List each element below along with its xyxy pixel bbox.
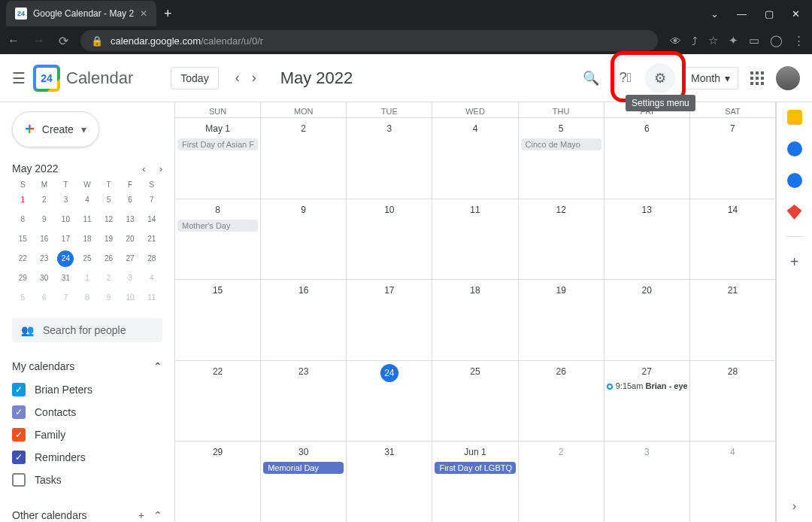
day-cell[interactable]: 31 (347, 442, 432, 522)
create-button[interactable]: + Create ▾ (12, 111, 99, 147)
day-cell[interactable]: 20 (604, 280, 690, 360)
mini-day[interactable]: 30 (36, 270, 53, 287)
google-apps-icon[interactable] (750, 71, 764, 85)
calendar-checkbox[interactable] (12, 405, 26, 419)
chevron-down-icon[interactable]: ⌄ (710, 8, 719, 20)
event-chip[interactable]: First Day of Asian F (177, 138, 258, 150)
mini-day[interactable]: 17 (57, 231, 74, 247)
mini-day[interactable]: 13 (122, 211, 138, 228)
collapse-panel-icon[interactable]: › (792, 499, 796, 513)
mini-day[interactable]: 8 (14, 211, 31, 228)
search-people-input[interactable]: 👥 Search for people (12, 318, 162, 342)
day-cell[interactable]: Jun 1First Day of LGBTQ (432, 442, 518, 522)
day-cell[interactable]: 24 (347, 361, 432, 442)
day-cell[interactable]: 19 (519, 280, 604, 360)
event-chip[interactable]: Memorial Day (263, 462, 344, 474)
calendar-checkbox[interactable] (12, 383, 26, 396)
chevron-up-icon[interactable]: ⌃ (153, 360, 162, 372)
reload-icon[interactable]: ⟳ (59, 34, 68, 48)
star-icon[interactable]: ☆ (708, 34, 718, 47)
maximize-icon[interactable]: ▢ (765, 8, 774, 20)
panel-icon[interactable]: ▭ (749, 34, 759, 47)
day-cell[interactable]: 3 (347, 118, 432, 199)
other-calendars-title[interactable]: Other calendars (12, 509, 87, 521)
day-cell[interactable]: 11 (432, 199, 518, 280)
day-cell[interactable]: 26 (519, 361, 604, 442)
mini-day[interactable]: 11 (79, 211, 95, 228)
minimize-icon[interactable]: — (737, 8, 747, 20)
mini-day[interactable]: 9 (36, 211, 53, 228)
forward-icon[interactable]: → (33, 34, 45, 47)
profile-icon[interactable]: ◯ (770, 34, 783, 47)
mini-day[interactable]: 27 (122, 250, 138, 267)
today-button[interactable]: Today (171, 67, 218, 90)
mini-day[interactable]: 14 (144, 211, 160, 228)
help-icon[interactable]: ?⃝ (611, 63, 641, 93)
mini-day[interactable]: 15 (14, 231, 31, 247)
calendar-checkbox[interactable] (12, 451, 26, 464)
day-cell[interactable]: 13 (604, 199, 690, 280)
day-cell[interactable]: 279:15am Brian - eye (604, 361, 690, 442)
mini-day[interactable]: 5 (101, 192, 117, 208)
mini-day[interactable]: 9 (101, 290, 117, 306)
day-cell[interactable]: 10 (347, 199, 432, 280)
main-menu-icon[interactable]: ☰ (12, 69, 26, 87)
mini-day[interactable]: 3 (57, 192, 74, 208)
next-month-icon[interactable]: › (252, 70, 256, 86)
day-cell[interactable]: 15 (175, 280, 261, 360)
account-avatar[interactable] (776, 66, 800, 90)
day-cell[interactable]: 28 (690, 361, 776, 442)
day-cell[interactable]: 12 (519, 199, 604, 280)
day-cell[interactable]: 2 (519, 442, 604, 522)
day-cell[interactable]: May 1First Day of Asian F (175, 118, 261, 199)
day-cell[interactable]: 14 (690, 199, 776, 280)
browser-tab[interactable]: 24 Google Calendar - May 2022 ✕ (6, 1, 156, 26)
mini-next-icon[interactable]: › (159, 163, 162, 175)
calendar-item[interactable]: Contacts (12, 401, 162, 423)
tab-close-icon[interactable]: ✕ (140, 8, 147, 19)
search-icon[interactable]: 🔍 (576, 63, 606, 93)
calendar-item[interactable]: Reminders (12, 446, 162, 469)
mini-day[interactable]: 4 (79, 192, 95, 208)
mini-day[interactable]: 21 (144, 231, 160, 247)
mini-day[interactable]: 18 (79, 231, 95, 247)
day-cell[interactable]: 18 (432, 280, 518, 360)
add-panel-icon[interactable]: + (790, 253, 799, 271)
day-cell[interactable]: 29 (175, 442, 261, 522)
day-cell[interactable]: 30Memorial Day (261, 442, 347, 522)
mini-day[interactable]: 23 (36, 250, 53, 267)
day-cell[interactable]: 4 (690, 442, 776, 522)
day-cell[interactable]: 8Mother's Day (175, 199, 261, 280)
mini-day[interactable]: 20 (122, 231, 138, 247)
mini-day[interactable]: 2 (36, 192, 53, 208)
mini-day[interactable]: 6 (122, 192, 138, 208)
day-cell[interactable]: 9 (261, 199, 347, 280)
mini-day[interactable]: 31 (57, 270, 74, 287)
day-cell[interactable]: 16 (261, 280, 347, 360)
mini-day[interactable]: 7 (57, 290, 74, 306)
mini-day[interactable]: 16 (36, 231, 53, 247)
day-cell[interactable]: 2 (261, 118, 347, 199)
calendar-checkbox[interactable] (12, 428, 26, 442)
mini-day[interactable]: 11 (144, 290, 160, 306)
mini-day[interactable]: 4 (144, 270, 160, 287)
tasks-icon[interactable] (787, 141, 802, 156)
day-cell[interactable]: 17 (347, 280, 432, 360)
add-calendar-icon[interactable]: + (138, 509, 144, 521)
event-chip[interactable]: Mother's Day (177, 220, 258, 232)
close-window-icon[interactable]: ✕ (792, 8, 800, 20)
my-calendars-title[interactable]: My calendars (12, 360, 74, 372)
extensions-icon[interactable]: ✦ (729, 34, 738, 47)
mini-day[interactable]: 10 (122, 290, 138, 306)
mini-day[interactable]: 22 (14, 250, 31, 267)
mini-day[interactable]: 29 (14, 270, 31, 287)
view-selector[interactable]: Month▾ (683, 67, 738, 90)
calendar-logo[interactable]: 24 Calendar (33, 65, 133, 92)
back-icon[interactable]: ← (8, 34, 20, 47)
settings-icon[interactable]: ⚙ Settings menu (645, 63, 675, 93)
calendar-item[interactable]: Brian Peters (12, 378, 162, 401)
day-cell[interactable]: 4 (432, 118, 518, 199)
mini-day[interactable]: 1 (79, 270, 95, 287)
mini-day[interactable]: 19 (101, 231, 117, 247)
new-tab-button[interactable]: + (164, 6, 172, 22)
